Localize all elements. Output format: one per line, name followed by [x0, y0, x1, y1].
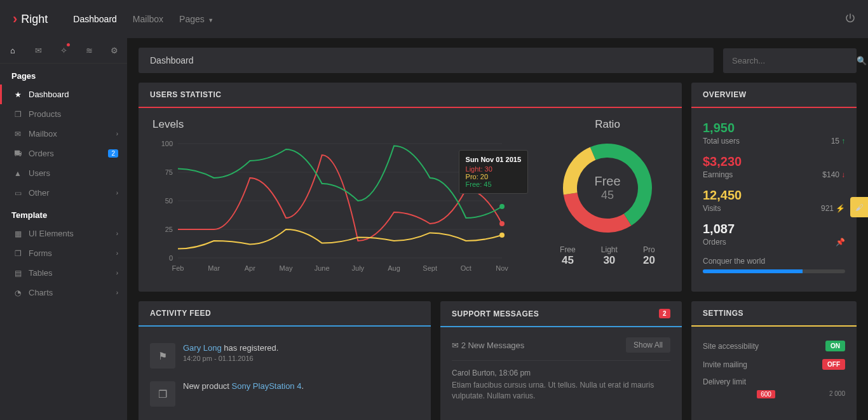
svg-text:100: 100 [161, 140, 173, 147]
main-content: Dashboard 🔍 USERS STATISTIC Levels 02550… [127, 38, 868, 420]
iconstrip-home[interactable]: ⌂ [0, 38, 25, 63]
orders-badge: 2 [108, 149, 118, 158]
bolt-icon: ⚡ [836, 204, 845, 213]
toggle-off[interactable]: OFF [822, 359, 845, 370]
arrow-up-icon: ↑ [841, 137, 845, 146]
topbar: › Right Dashboard Mailbox Pages ▼ [0, 0, 868, 38]
sidebar-item-users[interactable]: ▲Users [0, 163, 127, 183]
svg-text:0: 0 [169, 254, 173, 262]
logo[interactable]: › Right [13, 11, 48, 27]
chevron-right-icon: › [116, 250, 118, 257]
caret-down-icon: ▼ [207, 17, 214, 24]
donut-center: Free 45 [594, 174, 620, 202]
sidebar-item-tables[interactable]: ▤Tables› [0, 263, 127, 283]
iconstrip-rss[interactable]: ≋ [76, 38, 102, 63]
chevron-right-icon: › [116, 289, 118, 296]
feed-item: ❐ New product Sony PlayStation 4. [150, 375, 419, 413]
home-icon: ⌂ [10, 46, 15, 55]
panel-header-activity: ACTIVITY FEED [139, 301, 431, 327]
flag-icon: ⚑ [150, 343, 175, 369]
progress-label: Conquer the world [703, 257, 845, 266]
comments-icon: ✧ [60, 46, 67, 55]
chart-tooltip: Sun Nov 01 2015 Light: 30 Pro: 20 Free: … [459, 150, 528, 194]
panel-header-settings: SETTINGS [691, 301, 857, 327]
sidebar-item-forms[interactable]: ❐Forms› [0, 243, 127, 263]
svg-text:July: July [352, 264, 365, 272]
sidebar-item-products[interactable]: ❐Products [0, 104, 127, 124]
chevron-right-icon: › [116, 189, 118, 196]
support-messages-panel: SUPPORT MESSAGES 2 ✉ 2 New Messages Show… [440, 301, 682, 420]
chevron-right-icon: › [116, 269, 118, 276]
topnav-mailbox[interactable]: Mailbox [133, 14, 163, 24]
theme-customizer-tab[interactable]: 🖌 [850, 197, 868, 217]
folder-icon: ▭ [13, 189, 22, 198]
panel-header-overview: OVERVIEW [691, 83, 857, 108]
cube-icon: ❐ [150, 381, 175, 407]
support-message: Carol Burton, 18:06 pm Etiam faucibus cu… [452, 361, 670, 402]
svg-text:50: 50 [165, 197, 173, 205]
chevron-right-icon: › [116, 230, 118, 237]
earnings-value: $3,230 [703, 154, 845, 169]
levels-title: Levels [153, 118, 534, 131]
search-box: 🔍 [723, 48, 857, 73]
sidebar-item-ui-elements[interactable]: ▦UI Elements› [0, 224, 127, 243]
svg-text:Oct: Oct [461, 264, 471, 272]
truck-icon: ⛟ [13, 149, 22, 158]
visits-value: 12,450 [703, 188, 845, 203]
sidebar-item-charts[interactable]: ◔Charts› [0, 283, 127, 302]
cube-icon: ❐ [13, 110, 22, 119]
gear-icon: ⚙ [111, 46, 118, 55]
grid-icon: ▦ [13, 229, 22, 238]
copy-icon: ❐ [13, 249, 22, 258]
power-button[interactable] [845, 13, 855, 25]
svg-text:Mar: Mar [208, 264, 220, 272]
top-navigation: Dashboard Mailbox Pages ▼ [73, 14, 214, 24]
sidebar-item-other[interactable]: ▭Other› [0, 183, 127, 203]
delivery-slider[interactable]: 600 2 000 [703, 390, 845, 398]
topnav-dashboard[interactable]: Dashboard [73, 14, 117, 24]
iconstrip-comments[interactable]: ✧ [51, 38, 76, 63]
topnav-pages[interactable]: Pages ▼ [179, 14, 214, 24]
activity-feed-panel: ACTIVITY FEED ⚑ Gary Long has registered… [139, 301, 431, 420]
ratio-chart-section: Ratio Free 45 Free45 Light30 [547, 118, 668, 279]
sidebar-item-dashboard[interactable]: ★Dashboard [0, 85, 127, 104]
sidebar-icon-strip: ⌂ ✉ ✧ ≋ ⚙ [0, 38, 127, 64]
nav-section-pages: Pages [0, 64, 127, 85]
progress-bar [703, 269, 845, 273]
feed-item: ⚑ Gary Long has registered. 14:20 pm - 0… [150, 337, 419, 375]
search-input[interactable] [723, 48, 848, 73]
svg-text:Feb: Feb [172, 264, 184, 272]
iconstrip-mail[interactable]: ✉ [25, 38, 51, 63]
svg-text:Aug: Aug [388, 264, 400, 272]
sidebar-item-mailbox[interactable]: ✉Mailbox› [0, 124, 127, 144]
svg-text:May: May [280, 264, 293, 272]
show-all-button[interactable]: Show All [626, 337, 670, 353]
toggle-on[interactable]: ON [825, 341, 845, 351]
levels-chart-section: Levels 0255075100FebMarAprMayJuneJulyAug… [153, 118, 534, 279]
chevron-right-icon: › [13, 11, 17, 27]
overview-panel: OVERVIEW 1,950 Total users15↑ $3,230 Ear… [691, 83, 857, 292]
support-badge: 2 [659, 309, 670, 318]
panel-header-support: SUPPORT MESSAGES 2 [440, 301, 682, 327]
svg-text:June: June [315, 264, 330, 272]
orders-value: 1,087 [703, 222, 845, 236]
star-icon: ★ [13, 90, 22, 99]
ratio-title: Ratio [547, 118, 668, 131]
sidebar-item-orders[interactable]: ⛟Orders2 [0, 144, 127, 163]
arrow-down-icon: ↓ [841, 170, 845, 179]
paintbrush-icon: 🖌 [855, 203, 864, 212]
power-icon [845, 13, 855, 24]
svg-text:Apr: Apr [245, 264, 255, 272]
table-icon: ▤ [13, 269, 22, 278]
new-messages-count: ✉ 2 New Messages [452, 341, 524, 350]
iconstrip-settings[interactable]: ⚙ [102, 38, 127, 63]
ratio-legend: Free45 Light30 Pro20 [547, 245, 668, 267]
chevron-right-icon: › [116, 130, 118, 137]
svg-point-20 [499, 221, 505, 226]
setting-delivery-limit: Delivery limit [703, 374, 845, 390]
notification-dot [67, 43, 70, 46]
brand-name: Right [21, 13, 48, 26]
piechart-icon: ◔ [13, 288, 22, 297]
search-button[interactable]: 🔍 [848, 56, 868, 65]
sidebar: ⌂ ✉ ✧ ≋ ⚙ Pages ★Dashboard ❐Products ✉Ma… [0, 38, 127, 420]
